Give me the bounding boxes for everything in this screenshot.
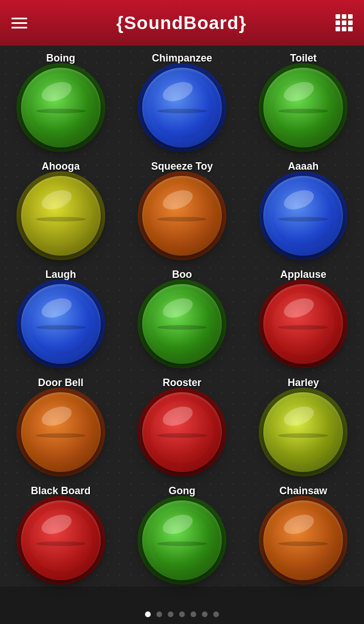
sound-button-ahooga[interactable]: Ahooga ↻ bbox=[0, 154, 121, 262]
sound-button-chainsaw[interactable]: Chainsaw bbox=[243, 478, 364, 586]
sound-button-gong[interactable]: Gong bbox=[121, 478, 242, 586]
boo-button-3d[interactable] bbox=[142, 284, 222, 364]
sound-label-toilet: Toilet bbox=[290, 52, 317, 64]
harley-button-3d[interactable] bbox=[263, 392, 343, 472]
sound-button-aaaah[interactable]: Aaaah bbox=[243, 154, 364, 262]
rooster-button-3d[interactable] bbox=[142, 392, 222, 472]
pagination-dot-5[interactable] bbox=[191, 611, 196, 617]
ahooga-button-3d[interactable] bbox=[21, 176, 101, 256]
pagination-dot-6[interactable] bbox=[202, 611, 208, 617]
sound-label-harley: Harley bbox=[288, 377, 319, 389]
sound-button-applause[interactable]: Applause bbox=[243, 262, 364, 370]
toilet-button-3d[interactable] bbox=[263, 68, 343, 147]
sound-button-laugh[interactable]: Laugh bbox=[0, 262, 121, 370]
sound-grid: Boing ↻ Chimpanzee Toilet Ahooga ↻ Squee… bbox=[0, 46, 364, 586]
aaaah-button-3d[interactable] bbox=[263, 176, 343, 256]
boing-button-3d[interactable] bbox=[21, 68, 101, 147]
pagination-dot-4[interactable] bbox=[179, 611, 185, 617]
pagination-dot-2[interactable] bbox=[156, 611, 162, 617]
sound-button-boo[interactable]: Boo bbox=[121, 262, 242, 370]
chainsaw-button-3d[interactable] bbox=[263, 500, 343, 580]
sound-button-toilet[interactable]: Toilet bbox=[243, 46, 364, 154]
gong-button-3d[interactable] bbox=[142, 500, 222, 580]
sound-label-squeeze-toy: Squeeze Toy bbox=[151, 161, 213, 173]
pagination-dot-3[interactable] bbox=[168, 611, 173, 617]
applause-button-3d[interactable] bbox=[263, 284, 343, 364]
pagination bbox=[0, 611, 364, 617]
sound-button-harley[interactable]: Harley bbox=[243, 370, 364, 478]
sound-label-ahooga: Ahooga bbox=[42, 161, 80, 173]
sound-button-black-board[interactable]: Black Board bbox=[0, 478, 121, 586]
sound-label-door-bell: Door Bell bbox=[38, 377, 84, 389]
sound-label-laugh: Laugh bbox=[46, 269, 76, 281]
sound-button-chimpanzee[interactable]: Chimpanzee bbox=[121, 46, 242, 154]
black-board-button-3d[interactable] bbox=[21, 500, 101, 580]
sound-label-gong: Gong bbox=[168, 485, 195, 497]
laugh-button-3d[interactable] bbox=[21, 284, 101, 364]
sound-label-chainsaw: Chainsaw bbox=[279, 485, 327, 497]
sound-label-boing: Boing bbox=[46, 52, 75, 64]
grid-view-button[interactable] bbox=[336, 14, 353, 31]
squeeze-toy-button-3d[interactable] bbox=[142, 176, 222, 256]
sound-label-aaaah: Aaaah bbox=[288, 161, 318, 173]
sound-label-applause: Applause bbox=[280, 269, 326, 281]
app-header: {SoundBoard} bbox=[0, 0, 364, 46]
app-title: {SoundBoard} bbox=[117, 13, 247, 34]
sound-button-rooster[interactable]: Rooster bbox=[121, 370, 242, 478]
sound-label-rooster: Rooster bbox=[163, 377, 201, 389]
sound-button-door-bell[interactable]: Door Bell bbox=[0, 370, 121, 478]
sound-label-boo: Boo bbox=[172, 269, 192, 281]
sound-button-squeeze-toy[interactable]: Squeeze Toy ↻ bbox=[121, 154, 242, 262]
menu-button[interactable] bbox=[11, 18, 27, 28]
chimpanzee-button-3d[interactable] bbox=[142, 68, 222, 147]
pagination-dot-7[interactable] bbox=[213, 611, 219, 617]
sound-label-black-board: Black Board bbox=[31, 485, 90, 497]
door-bell-button-3d[interactable] bbox=[21, 392, 101, 472]
sound-label-chimpanzee: Chimpanzee bbox=[152, 52, 212, 64]
pagination-dot-1[interactable] bbox=[145, 611, 151, 617]
sound-button-boing[interactable]: Boing ↻ bbox=[0, 46, 121, 154]
